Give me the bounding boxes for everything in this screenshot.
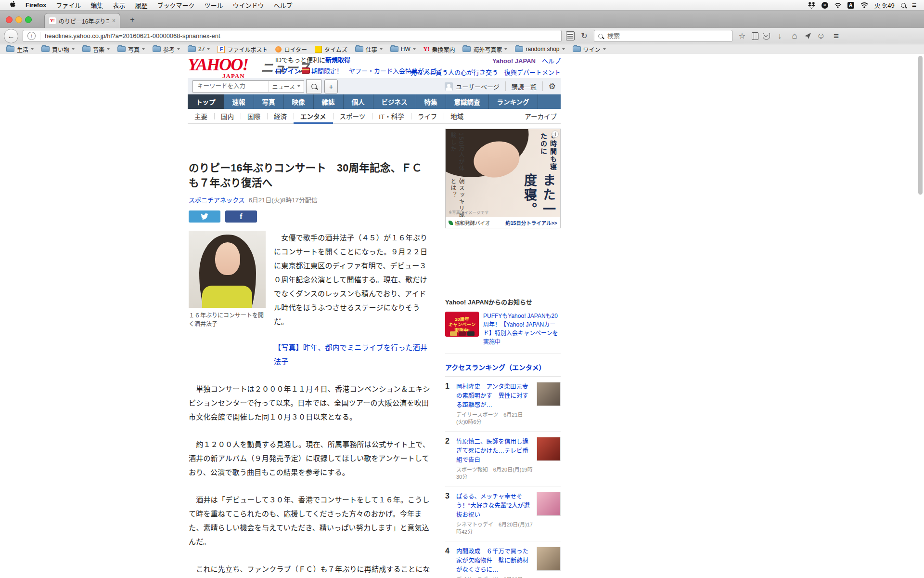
archive-link[interactable]: アーカイブ [525, 111, 561, 121]
facebook-share-button[interactable]: f [225, 210, 257, 223]
menu-view[interactable]: 表示 [108, 0, 130, 10]
nav-tab-ranking[interactable]: ランキング [489, 94, 538, 109]
adobe-cc-icon[interactable]: ∞ [821, 2, 828, 9]
nav-tab-shashin[interactable]: 写真 [254, 94, 284, 109]
menu-bookmarks[interactable]: ブックマーク [152, 0, 199, 10]
emoji-icon[interactable]: ☺ [816, 31, 826, 41]
bookmark-folder-wine[interactable]: ワイン [569, 45, 610, 53]
bookmark-folder-sankou[interactable]: 参考 [149, 45, 184, 53]
bookmark-transit[interactable]: Y!乗換案内 [420, 45, 459, 53]
window-zoom-button[interactable] [25, 16, 32, 23]
bookmark-folder-shashin[interactable]: 写真 [114, 45, 149, 53]
ranking-item[interactable]: 3 ぱるる、メッチャ幸せそう！“大好きな先輩”2人が選抜お祝いシネマトゥデイ 6… [445, 486, 561, 541]
browser-tab[interactable]: Y! のりピー16年ぶりコンサー... × [44, 13, 120, 28]
pocket-icon[interactable] [763, 33, 770, 39]
notice-link[interactable]: PUFFYもYahoo! JAPANも20周年！【Yahoo! JAPANカード… [483, 312, 561, 346]
subnav-kokusai[interactable]: 国際 [241, 109, 267, 124]
nav-tab-zasshi[interactable]: 雑誌 [314, 94, 344, 109]
add-tab-button[interactable]: + [324, 79, 338, 93]
menubar-clock[interactable]: 火 9:49 [874, 0, 895, 10]
login-link[interactable]: ログイン [275, 67, 300, 75]
subnav-kokunai[interactable]: 国内 [214, 109, 241, 124]
subnav-sports[interactable]: スポーツ [333, 109, 372, 124]
ranking-item[interactable]: 2 竹原慎二、医師を信用し過ぎて死にかけた…テレビ番組で告白スポーツ報知 6月2… [445, 432, 561, 486]
menu-window[interactable]: ウインドウ [228, 0, 269, 10]
nav-tab-sokuhou[interactable]: 速報 [224, 94, 254, 109]
ranking-title[interactable]: アクセスランキング（エンタメ） [445, 362, 561, 377]
apple-menu[interactable] [5, 1, 21, 10]
nav-tab-ishikichousa[interactable]: 意識調査 [446, 94, 489, 109]
new-tab-button[interactable]: + [126, 15, 139, 24]
dropbox-icon[interactable] [808, 2, 815, 9]
article-photo[interactable] [189, 231, 266, 308]
subnav-it-science[interactable]: IT・科学 [372, 109, 411, 124]
reader-mode-icon[interactable] [566, 31, 575, 40]
nav-tab-tokushuu[interactable]: 特集 [416, 94, 446, 109]
nav-tab-top[interactable]: トップ [188, 94, 224, 109]
nav-tab-kojin[interactable]: 個人 [344, 94, 373, 109]
bookmark-times[interactable]: タイムズ [311, 45, 351, 53]
search-scope-dropdown[interactable]: ニュース [268, 81, 300, 92]
ranking-link[interactable]: ぱるる、メッチャ幸せそう！“大好きな先輩”2人が選抜お祝い [456, 493, 530, 518]
twitter-share-button[interactable] [189, 210, 220, 223]
spotlight-search-icon[interactable] [901, 3, 906, 8]
wifi-signal-icon[interactable] [834, 2, 841, 8]
ranking-link[interactable]: 岡村隆史 アンタ柴田元妻の素顔明かす 異性に対する距離感が… [456, 383, 528, 408]
subnav-life[interactable]: ライフ [411, 109, 444, 124]
photo-gallery-link[interactable]: 【写真】昨年、都内でミニライブを行った酒井法子 [274, 341, 432, 368]
bookmark-folder-ongaku[interactable]: 音楽 [78, 45, 114, 53]
bookmark-folder-seikatsu[interactable]: 生活 [2, 45, 38, 53]
browser-search-field[interactable] [594, 30, 732, 42]
yahoo-search-button[interactable] [306, 79, 321, 93]
site-info-icon[interactable]: i [27, 32, 36, 40]
bookmark-folder-kaimono[interactable]: 買い物 [38, 45, 78, 53]
send-tab-icon[interactable] [804, 32, 811, 39]
ranking-link[interactable]: 竹原慎二、医師を信用し過ぎて死にかけた…テレビ番組で告白 [456, 438, 528, 463]
menu-icon[interactable]: ≡ [834, 31, 839, 41]
subnav-shuyou[interactable]: 主要 [188, 109, 214, 124]
menu-edit[interactable]: 編集 [86, 0, 108, 10]
subnav-entertainment[interactable]: エンタメ [294, 109, 333, 124]
notice-item[interactable]: 20周年 キャンペーン 実施中! PUFFYもYahoo! JAPANも20周年… [445, 312, 561, 354]
ranking-item[interactable]: 4 内間政成 ６千万で買った家が欠陥物件 壁に断熱材がなくさらに…デイリースポー… [445, 541, 561, 578]
input-source-icon[interactable]: A [847, 2, 854, 9]
search-input[interactable] [606, 32, 714, 40]
notification-center-icon[interactable]: ≡ [912, 1, 916, 10]
yahoo-japan-link[interactable]: Yahoo! JAPAN [492, 57, 536, 65]
user-page-link[interactable]: ユーザーページ [445, 82, 499, 91]
ad-banner[interactable]: 150万人が体験した 朝スッキリ成分とは？ ８時間も寝たのに また一度寝。 ※写… [445, 129, 561, 228]
subnav-keizai[interactable]: 経済 [267, 109, 294, 124]
signup-link[interactable]: 新規取得 [325, 56, 350, 64]
ad-info-icon[interactable] [552, 131, 559, 138]
tab-close-icon[interactable]: × [112, 17, 116, 24]
menu-firefox[interactable]: Firefox [21, 1, 51, 9]
yahoo-search-box[interactable]: ニュース [192, 80, 304, 92]
source-link[interactable]: スポニチアネックス [189, 197, 245, 204]
bookmark-folder-randomshop[interactable]: random shop [511, 46, 568, 53]
bookmark-folder-kaigai[interactable]: 海外写真家 [459, 45, 511, 53]
bookmark-folder-27[interactable]: 27 [184, 46, 214, 53]
url-bar[interactable]: i headlines.yahoo.co.jp/hl?a=20160621-00… [23, 30, 562, 42]
bookmark-folder-hw[interactable]: HW [386, 46, 420, 53]
nav-tab-business[interactable]: ビジネス [373, 94, 416, 109]
menu-tools[interactable]: ツール [199, 0, 228, 10]
bookmark-reuters[interactable]: ロイター [271, 45, 311, 53]
yahoo-search-input[interactable] [196, 82, 266, 90]
wifi-icon[interactable] [860, 2, 868, 8]
subnav-chiiki[interactable]: 地域 [444, 109, 470, 124]
menu-history[interactable]: 履歴 [130, 0, 152, 10]
bookmark-star-icon[interactable]: ☆ [737, 31, 747, 40]
window-close-button[interactable] [6, 16, 13, 23]
bookmarks-panel-icon[interactable] [752, 32, 758, 40]
ranking-link[interactable]: 内間政成 ６千万で買った家が欠陥物件 壁に断熱材がなくさらに… [456, 548, 528, 573]
gear-icon[interactable]: ⚙ [549, 81, 556, 92]
menu-file[interactable]: ファイル [51, 0, 86, 10]
fukkou-department-link[interactable]: 売る人と買う人の心が行き交う 復興デパートメント [411, 69, 561, 76]
help-link[interactable]: ヘルプ [542, 57, 561, 65]
subscriptions-link[interactable]: 購読一覧 [512, 82, 537, 91]
scrollbar[interactable] [918, 56, 923, 195]
home-icon[interactable]: ⌂ [789, 31, 800, 41]
yahoo-news-logo[interactable]: YAHOO! JAPAN ニュース [188, 55, 248, 78]
bookmark-filepost[interactable]: Fファイルポスト [214, 45, 271, 53]
back-button[interactable]: ← [4, 29, 18, 43]
